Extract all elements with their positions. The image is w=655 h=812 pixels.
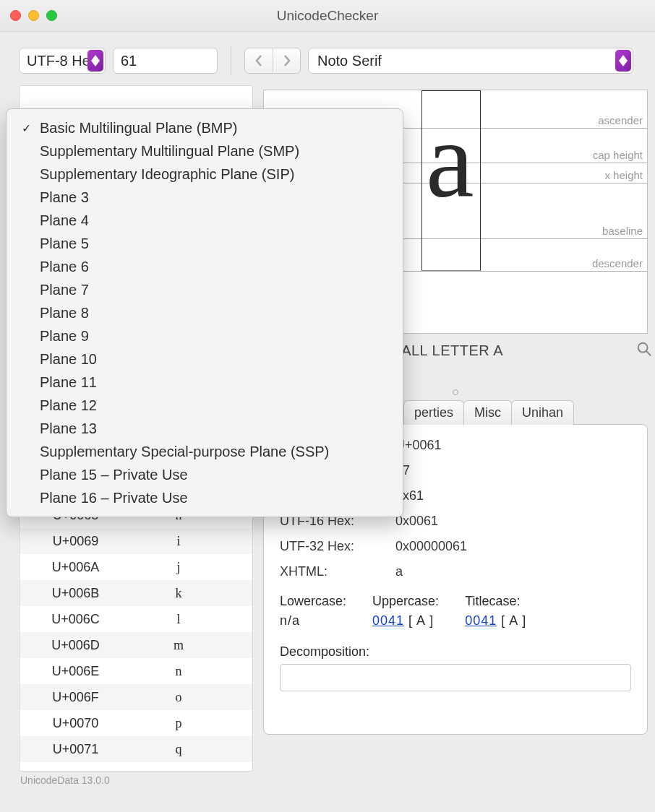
lowercase-value: n/a (280, 613, 346, 629)
uppercase-suffix: [ A ] (404, 613, 434, 628)
plane-menu-item-label: Basic Multilingual Plane (BMP) (40, 120, 237, 137)
table-row[interactable]: U+006Dm (20, 632, 252, 658)
table-row[interactable]: U+006Bk (20, 580, 252, 606)
encoding-select[interactable]: UTF-8 Hex (19, 48, 106, 74)
plane-menu-item[interactable]: Plane 11 (7, 371, 403, 394)
zoom-window-button[interactable] (46, 10, 57, 21)
metric-xheight-label: x height (604, 169, 643, 183)
plane-menu-item[interactable]: Plane 6 (7, 255, 403, 278)
titlecase-label: Titlecase: (465, 594, 526, 609)
prop-xhtml-value: a (395, 564, 631, 579)
plane-menu-item-label: Supplementary Special-purpose Plane (SSP… (40, 444, 329, 460)
window-title: UnicodeChecker (0, 8, 655, 24)
plane-menu-item-label: Plane 15 – Private Use (40, 467, 188, 483)
tab-misc[interactable]: Misc (463, 400, 512, 425)
close-window-button[interactable] (10, 10, 21, 21)
nav-next-button[interactable] (273, 48, 300, 73)
uppercase-value: 0041 [ A ] (372, 613, 439, 629)
plane-menu-item[interactable]: Plane 16 – Private Use (7, 486, 403, 509)
titlebar: UnicodeChecker (0, 0, 655, 32)
codepoint-cell: U+006F (20, 690, 132, 705)
glyph-cell: k (132, 586, 226, 601)
glyph-cell: n (132, 664, 226, 679)
plane-menu-item-label: Plane 11 (40, 374, 97, 391)
plane-menu-item[interactable]: Plane 4 (7, 209, 403, 232)
titlecase-link[interactable]: 0041 (465, 613, 497, 628)
plane-menu-item[interactable]: Plane 3 (7, 186, 403, 209)
plane-menu-item[interactable]: Plane 15 – Private Use (7, 463, 403, 486)
plane-menu-item[interactable]: Plane 12 (7, 394, 403, 417)
glyph-cell: p (132, 716, 226, 731)
codepoint-input-value: 61 (121, 53, 137, 69)
titlecase-value: 0041 [ A ] (465, 613, 526, 629)
search-button[interactable] (636, 341, 652, 360)
plane-menu-item-label: Plane 10 (40, 351, 97, 368)
prop-utf16-value: 0x0061 (395, 514, 631, 529)
prop-utf8-value: 0x61 (395, 488, 631, 504)
plane-menu-item-label: Plane 5 (40, 236, 89, 252)
metric-baseline-label: baseline (602, 225, 643, 238)
prop-decimal-value: 97 (395, 463, 631, 478)
plane-menu-item[interactable]: ✓Basic Multilingual Plane (BMP) (7, 116, 403, 139)
nav-segmented (244, 48, 301, 74)
glyph-cell: m (132, 638, 226, 653)
table-row[interactable]: U+0070p (20, 710, 252, 736)
plane-menu-item[interactable]: Plane 9 (7, 324, 403, 347)
table-row[interactable]: U+006Cl (20, 606, 252, 632)
codepoint-cell: U+0069 (20, 534, 132, 549)
table-row[interactable]: U+0069i (20, 528, 252, 554)
plane-menu-item[interactable]: Supplementary Special-purpose Plane (SSP… (7, 440, 403, 463)
plane-menu-item[interactable]: Supplementary Multilingual Plane (SMP) (7, 139, 403, 163)
plane-menu-item[interactable]: Plane 8 (7, 301, 403, 324)
table-row[interactable]: U+006Fo (20, 684, 252, 710)
tab-properties[interactable]: perties (403, 400, 464, 425)
codepoint-input[interactable]: 61 (113, 48, 218, 74)
plane-menu-item-label: Plane 12 (40, 397, 97, 414)
codepoint-cell: U+0070 (20, 716, 132, 731)
plane-menu-item-label: Plane 13 (40, 420, 97, 437)
decomposition-label: Decomposition: (280, 644, 631, 660)
decomposition-input[interactable] (280, 664, 631, 691)
font-select-value: Noto Serif (317, 53, 382, 69)
plane-menu-item[interactable]: Supplementary Ideographic Plane (SIP) (7, 163, 403, 186)
search-icon (636, 341, 652, 357)
svg-line-1 (646, 351, 651, 355)
prop-utf32-label: UTF-32 Hex: (280, 539, 388, 554)
table-row[interactable]: U+006Aj (20, 554, 252, 580)
plane-menu-item-label: Plane 9 (40, 328, 89, 345)
font-select[interactable]: Noto Serif (308, 48, 633, 74)
glyph-cell: l (132, 612, 226, 627)
codepoint-cell: U+006D (20, 638, 132, 653)
codepoint-cell: U+006A (20, 560, 132, 575)
plane-menu-item[interactable]: Plane 5 (7, 232, 403, 255)
plane-menu-item-label: Plane 16 – Private Use (40, 490, 188, 506)
glyph-cell: o (132, 690, 226, 705)
metric-capheight-label: cap height (593, 149, 643, 163)
plane-menu-item[interactable]: Plane 10 (7, 347, 403, 371)
codepoint-cell: U+006E (20, 664, 132, 679)
plane-menu-item[interactable]: Plane 7 (7, 278, 403, 301)
plane-menu-item-label: Supplementary Ideographic Plane (SIP) (40, 166, 294, 183)
plane-menu-item-label: Supplementary Multilingual Plane (SMP) (40, 143, 299, 160)
plane-menu-item-label: Plane 8 (40, 305, 89, 321)
glyph-cell: i (132, 534, 226, 549)
unicode-version-label: UnicodeData 13.0.0 (19, 772, 253, 786)
lowercase-label: Lowercase: (280, 594, 346, 609)
window-controls (10, 10, 57, 21)
chevron-right-icon (283, 54, 291, 67)
case-row: Lowercase: n/a Uppercase: 0041 [ A ] Tit… (280, 579, 631, 629)
plane-menu[interactable]: ✓Basic Multilingual Plane (BMP)Supplemen… (6, 108, 403, 517)
check-icon: ✓ (20, 121, 33, 135)
glyph-cell: j (132, 560, 226, 575)
table-row[interactable]: U+0071q (20, 736, 252, 762)
nav-prev-button[interactable] (245, 48, 273, 73)
plane-menu-item-label: Plane 6 (40, 259, 89, 275)
minimize-window-button[interactable] (28, 10, 39, 21)
toolbar-separator (231, 46, 231, 75)
plane-menu-item-label: Plane 4 (40, 212, 89, 229)
plane-menu-item[interactable]: Plane 13 (7, 417, 403, 440)
uppercase-link[interactable]: 0041 (372, 613, 404, 628)
table-row[interactable]: U+006En (20, 658, 252, 684)
svg-point-0 (638, 343, 648, 353)
tab-unihan[interactable]: Unihan (511, 400, 574, 425)
